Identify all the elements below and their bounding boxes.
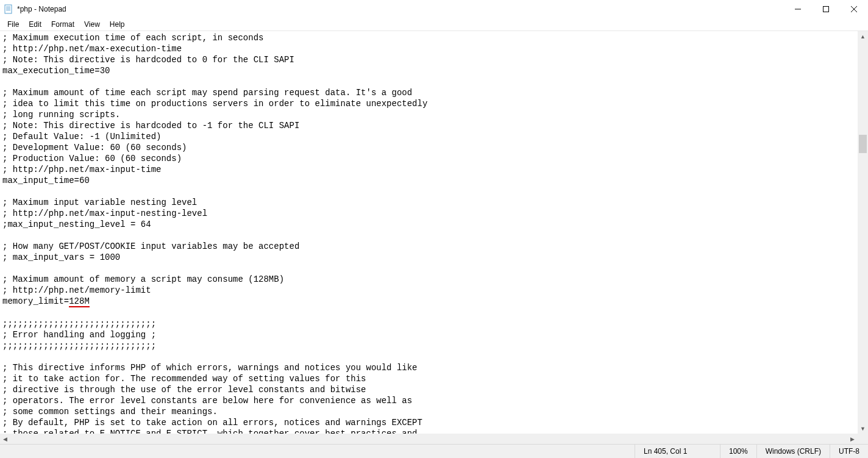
menu-view[interactable]: View bbox=[79, 19, 105, 30]
menu-help[interactable]: Help bbox=[105, 19, 130, 30]
menu-file[interactable]: File bbox=[2, 19, 24, 30]
vertical-scrollbar[interactable]: ▲ ▼ bbox=[858, 31, 868, 434]
status-position: Ln 405, Col 1 bbox=[635, 445, 720, 458]
statusbar: Ln 405, Col 1 100% Windows (CRLF) UTF-8 bbox=[0, 444, 868, 458]
svg-rect-6 bbox=[824, 7, 829, 12]
close-icon bbox=[851, 6, 857, 12]
scroll-up-arrow[interactable]: ▲ bbox=[858, 31, 868, 41]
scroll-corner bbox=[858, 434, 868, 444]
window-title: *php - Notepad bbox=[17, 5, 66, 13]
titlebar: *php - Notepad bbox=[0, 0, 868, 18]
maximize-icon bbox=[823, 6, 829, 12]
vertical-scroll-thumb[interactable] bbox=[859, 135, 867, 153]
horizontal-scrollbar[interactable]: ◀ ▶ bbox=[0, 434, 858, 444]
menubar: File Edit Format View Help bbox=[0, 18, 868, 30]
menu-edit[interactable]: Edit bbox=[24, 19, 46, 30]
menu-format[interactable]: Format bbox=[46, 19, 79, 30]
maximize-button[interactable] bbox=[812, 0, 840, 18]
status-zoom: 100% bbox=[720, 445, 756, 458]
minimize-button[interactable] bbox=[784, 0, 812, 18]
notepad-icon bbox=[4, 4, 13, 14]
scroll-left-arrow[interactable]: ◀ bbox=[0, 434, 10, 444]
status-encoding: UTF-8 bbox=[830, 445, 868, 458]
status-lineending: Windows (CRLF) bbox=[756, 445, 830, 458]
scroll-down-arrow[interactable]: ▼ bbox=[858, 423, 868, 434]
titlebar-left: *php - Notepad bbox=[4, 4, 66, 14]
close-button[interactable] bbox=[840, 0, 868, 18]
minimize-icon bbox=[795, 6, 801, 12]
text-editor[interactable]: ; Maximum execution time of each script,… bbox=[0, 31, 858, 434]
window-controls bbox=[784, 0, 868, 18]
spell-error-underline: 128M bbox=[69, 297, 90, 307]
scroll-right-arrow[interactable]: ▶ bbox=[847, 434, 858, 444]
content-area: ; Maximum execution time of each script,… bbox=[0, 30, 868, 444]
